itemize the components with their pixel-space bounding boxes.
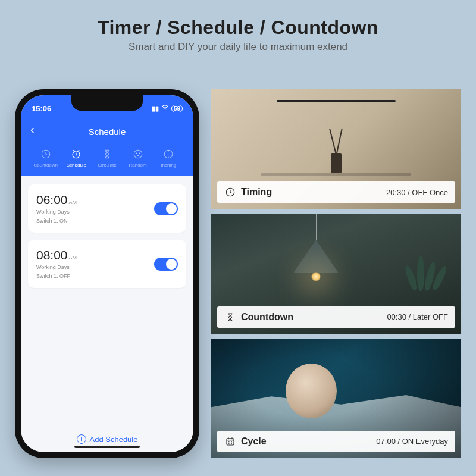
panel-label: Cycle [241, 436, 267, 447]
tab-label: Random [129, 162, 146, 168]
back-button[interactable]: ‹ [30, 123, 35, 136]
panel-caption: Timing 20:30 / OFF Once [217, 181, 455, 203]
svg-point-4 [139, 153, 139, 154]
tab-label: Inching [161, 162, 176, 168]
panel-cycle: Cycle 07:00 / ON Everyday [211, 339, 461, 458]
random-icon [133, 149, 143, 159]
alarm-icon [71, 149, 82, 159]
phone-notch [71, 95, 143, 111]
schedule-action: Switch 1: ON [36, 217, 77, 225]
schedule-ampm: AM [69, 199, 77, 205]
calendar-icon [224, 436, 236, 447]
hourglass-icon [224, 311, 236, 323]
hero-title: Timer / Schedule / Countdown [12, 17, 464, 39]
panel-label: Timing [241, 187, 272, 198]
phone-frame: 15:06 ▮▮ 59 ‹ Schedule [15, 89, 199, 458]
svg-rect-8 [227, 439, 234, 445]
tab-circulate[interactable]: Circulate [92, 149, 123, 168]
panel-value: 00:30 / Later OFF [387, 312, 448, 321]
status-right: ▮▮ 59 [152, 105, 183, 112]
tab-schedule[interactable]: Schedule [61, 149, 92, 168]
tab-inching[interactable]: Inching [153, 149, 184, 168]
tab-countdown[interactable]: Countdown [30, 149, 61, 168]
schedule-card[interactable]: 06:00 AM Working Days Switch 1: ON [28, 184, 186, 233]
panel-label: Countdown [241, 312, 293, 322]
add-schedule-button[interactable]: + Add Schedule [21, 426, 193, 452]
screen-title: Schedule [89, 127, 126, 137]
home-indicator[interactable] [74, 446, 140, 448]
panel-value: 07:00 / ON Everyday [376, 437, 448, 446]
promo-canvas: Timer / Schedule / Countdown Smart and D… [0, 0, 476, 476]
wifi-icon [161, 105, 169, 112]
content-row: 15:06 ▮▮ 59 ‹ Schedule [0, 60, 476, 476]
signal-icon: ▮▮ [152, 105, 159, 112]
inching-icon [163, 149, 174, 159]
hero-header: Timer / Schedule / Countdown Smart and D… [0, 0, 476, 60]
schedule-ampm: AM [69, 255, 77, 261]
tab-label: Countdown [34, 162, 58, 168]
panel-timing: Timing 20:30 / OFF Once [211, 89, 461, 209]
panel-caption: Countdown 00:30 / Later OFF [217, 306, 455, 328]
schedule-card[interactable]: 08:00 AM Working Days Switch 1: OFF [28, 240, 186, 288]
countdown-icon [40, 149, 51, 159]
tab-label: Circulate [98, 162, 117, 168]
panel-value: 20:30 / OFF Once [386, 188, 448, 197]
battery-indicator: 59 [171, 105, 183, 112]
tab-random[interactable]: Random [123, 149, 154, 168]
tab-label: Schedule [67, 162, 86, 168]
app-header: ‹ Schedule Countdown [21, 121, 193, 176]
plus-icon: + [77, 434, 86, 444]
schedule-toggle[interactable] [154, 258, 178, 271]
panel-caption: Cycle 07:00 / ON Everyday [217, 431, 455, 452]
phone-screen: 15:06 ▮▮ 59 ‹ Schedule [21, 95, 193, 452]
tabs-row: Countdown Schedule Circula [29, 149, 185, 168]
panel-countdown: Countdown 00:30 / Later OFF [211, 214, 461, 333]
schedule-days: Working Days [36, 208, 77, 216]
hourglass-icon [102, 149, 112, 159]
schedule-time: 06:00 [36, 193, 68, 207]
feature-panels: Timing 20:30 / OFF Once Countdown 00: [211, 89, 461, 458]
hero-subtitle: Smart and DIY your daily life to maximum… [12, 41, 464, 53]
add-schedule-label: Add Schedule [90, 435, 138, 444]
status-time: 15:06 [32, 104, 51, 113]
schedule-days: Working Days [36, 264, 77, 271]
schedule-list[interactable]: 06:00 AM Working Days Switch 1: ON 08:00 [21, 176, 193, 426]
svg-point-5 [137, 155, 138, 156]
svg-point-3 [136, 153, 137, 154]
schedule-toggle[interactable] [154, 202, 178, 215]
schedule-action: Switch 1: OFF [36, 273, 77, 280]
svg-point-2 [134, 150, 142, 158]
clock-icon [224, 186, 236, 198]
schedule-time: 08:00 [36, 248, 68, 262]
